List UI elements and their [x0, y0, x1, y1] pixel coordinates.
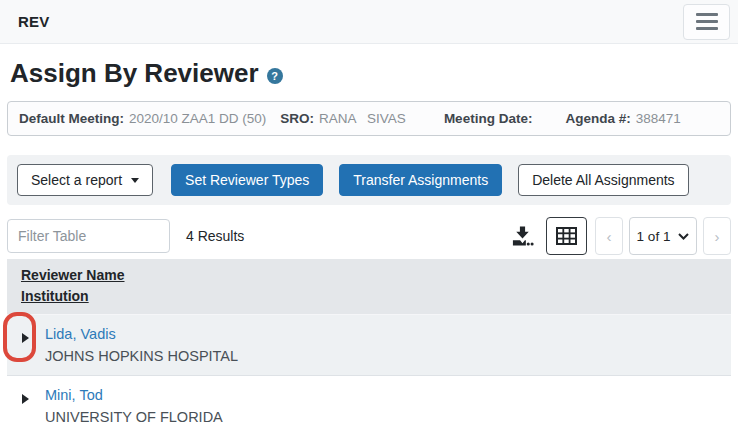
page-title: Assign By Reviewer [10, 58, 259, 89]
hamburger-icon [696, 27, 718, 30]
column-settings-button[interactable] [546, 217, 587, 255]
hamburger-icon [696, 20, 718, 23]
transfer-assignments-button[interactable]: Transfer Assignments [339, 164, 502, 196]
app-brand: REV [18, 13, 49, 30]
table-row: Lida, Vadis JOHNS HOPKINS HOSPITAL [7, 314, 731, 375]
expand-row-button[interactable] [7, 325, 45, 347]
download-icon [511, 225, 534, 247]
top-app-bar: REV [0, 0, 738, 44]
next-page-button[interactable]: › [703, 217, 731, 255]
help-icon[interactable]: ? [267, 68, 283, 84]
page-indicator: 1 of 1 [637, 229, 671, 244]
select-report-dropdown[interactable]: Select a report [17, 164, 153, 196]
delete-all-assignments-button[interactable]: Delete All Assignments [518, 164, 688, 196]
download-button[interactable] [511, 225, 534, 247]
default-meeting-value: 2020/10 ZAA1 DD (50) [129, 111, 266, 126]
sro-label: SRO: [280, 111, 314, 126]
sort-institution-link[interactable]: Institution [21, 286, 89, 307]
results-count: 4 Results [186, 228, 244, 244]
table-header: Reviewer Name Institution [7, 259, 731, 314]
table-controls-row: 4 Results ‹ 1 of 1 [7, 217, 731, 255]
caret-right-icon [22, 394, 29, 404]
actions-toolbar: Select a report Set Reviewer Types Trans… [7, 155, 731, 205]
sort-reviewer-name-link[interactable]: Reviewer Name [21, 265, 125, 286]
agenda-label: Agenda #: [565, 111, 630, 126]
hamburger-icon [696, 13, 718, 16]
page-header: Assign By Reviewer ? [10, 58, 728, 89]
previous-page-button[interactable]: ‹ [595, 217, 623, 255]
institution-text: JOHNS HOPKINS HOSPITAL [45, 347, 238, 366]
meeting-info-bar: Default Meeting: 2020/10 ZAA1 DD (50) SR… [7, 101, 731, 136]
page-select[interactable]: 1 of 1 [629, 217, 697, 255]
meeting-date-label: Meeting Date: [444, 111, 533, 126]
hamburger-menu-button[interactable] [683, 4, 730, 40]
institution-text: UNIVERSITY OF FLORIDA [45, 408, 223, 427]
reviewer-name-link[interactable]: Lida, Vadis [45, 325, 238, 344]
chevron-down-icon [678, 233, 689, 240]
set-reviewer-types-button[interactable]: Set Reviewer Types [171, 164, 323, 196]
filter-table-input[interactable] [7, 219, 170, 253]
caret-right-icon [22, 333, 29, 343]
caret-down-icon [131, 178, 139, 183]
select-report-label: Select a report [31, 172, 122, 188]
sro-value: RANA SIVAS [319, 111, 406, 126]
default-meeting-label: Default Meeting: [19, 111, 124, 126]
agenda-value: 388471 [636, 111, 681, 126]
reviewer-name-link[interactable]: Mini, Tod [45, 386, 223, 405]
table-grid-icon [556, 227, 577, 245]
table-row: Mini, Tod UNIVERSITY OF FLORIDA [7, 375, 731, 431]
reviewer-table: Reviewer Name Institution Lida, Vadis JO… [7, 259, 731, 431]
expand-row-button[interactable] [7, 386, 45, 408]
